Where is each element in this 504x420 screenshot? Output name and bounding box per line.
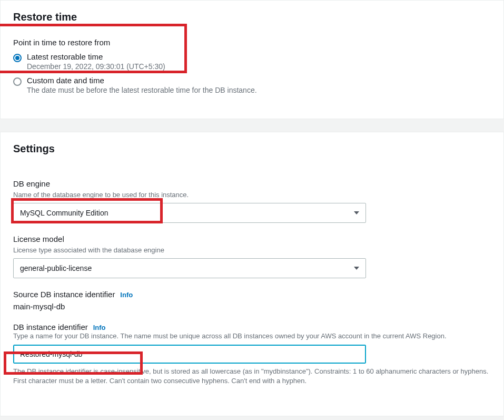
point-in-time-label: Point in time to restore from [13,38,491,47]
caret-down-icon [354,267,359,270]
settings-panel: Settings DB engine Name of the database … [0,132,504,416]
db-engine-select[interactable]: MySQL Community Edition [13,203,366,223]
radio-custom-label: Custom date and time [27,76,257,85]
radio-latest-restorable[interactable]: Latest restorable time December 19, 2022… [13,52,491,71]
radio-button-selected-icon [13,54,22,62]
radio-button-unselected-icon [13,77,22,86]
radio-custom-datetime[interactable]: Custom date and time The date must be be… [13,76,491,94]
db-instance-identifier-label: DB instance identifier [13,323,88,331]
license-model-value: general-public-license [20,264,92,272]
restore-time-panel: Restore time Point in time to restore fr… [0,0,504,119]
settings-heading: Settings [13,143,491,155]
db-identifier-info-link[interactable]: Info [93,324,106,331]
db-engine-help: Name of the database engine to be used f… [13,190,491,200]
db-instance-identifier-input[interactable] [13,345,366,364]
radio-custom-help: The date must be before the latest resto… [27,86,257,94]
source-db-info-link[interactable]: Info [120,291,133,299]
db-engine-value: MySQL Community Edition [20,209,108,217]
license-model-help: License type associated with the databas… [13,246,491,255]
caret-down-icon [354,211,359,214]
radio-latest-timestamp: December 19, 2022, 09:30:01 (UTC+5:30) [27,62,165,71]
db-identifier-help: Type a name for your DB instance. The na… [13,331,491,341]
source-db-identifier-value: main-mysql-db [13,302,491,311]
source-db-identifier-label: Source DB instance identifier [13,290,115,299]
db-engine-label: DB engine [13,179,491,188]
license-model-select[interactable]: general-public-license [13,258,366,278]
restore-time-heading: Restore time [13,11,491,23]
db-identifier-constraint: The DB instance identifier is case-insen… [13,367,491,386]
license-model-label: License model [13,235,491,243]
radio-latest-label: Latest restorable time [27,52,165,61]
